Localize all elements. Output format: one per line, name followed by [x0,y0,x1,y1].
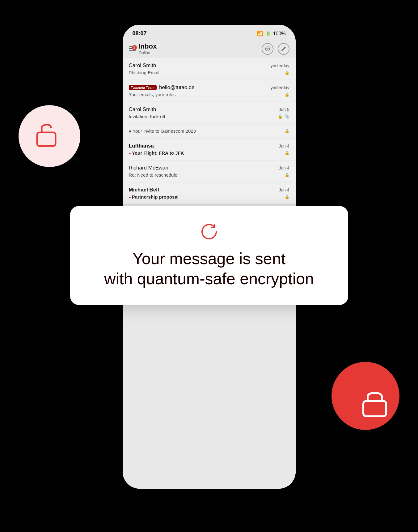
email-subject-row: Your emails, your rules 🔒 [129,92,289,97]
tutanota-badge: Tutanota Team [129,85,157,90]
email-subject: Invitation: Kick-off [129,114,165,119]
compose-button[interactable] [278,43,289,55]
lock-icon: 🔒 [278,114,283,119]
svg-rect-1 [363,401,386,416]
email-item[interactable]: Richard McEwan Jun 4 Re: Need to resched… [123,161,296,182]
email-sender: Carol Smith [129,106,156,113]
email-header-row: Lufthansa Jun 4 [129,143,289,149]
email-list: Carol Smith yesterday Phishing Email 🔒 [123,58,296,204]
email-subject: Re: Need to reschedule [129,172,178,178]
status-time: 08:07 [133,30,147,37]
email-subject: Phishing Email [129,70,159,75]
svg-point-2 [265,47,270,51]
email-subject-row: Your Flight: FRA to JFK 🔒 [129,150,289,156]
email-subject-row: Partnership proposal 🔒 [129,194,289,200]
email-item[interactable]: Carol Smith yesterday Phishing Email 🔒 [123,58,296,79]
closed-lock-icon-right [358,385,392,421]
email-subject: Your Flight: FRA to JFK [129,150,184,156]
email-sender: Carol Smith [129,62,156,69]
email-subject-row: ● Your invite to Gamescom 2023 🔒 [129,128,289,134]
email-date: Jun 4 [279,144,289,148]
email-item[interactable]: ● Your invite to Gamescom 2023 🔒 [123,124,296,138]
overlay-title: Your message is sentwith quantum-safe en… [89,249,330,289]
lock-icon: 🔒 [285,70,289,75]
email-icons: 🔒 📎 [278,114,289,119]
lock-icon: 🔒 [285,151,289,155]
email-date: yesterday [271,85,289,90]
email-subject: Partnership proposal [129,194,179,200]
open-lock-icon-left [31,118,62,150]
lock-icon: 🔒 [285,195,289,199]
email-date-row: yesterday [271,85,289,90]
overlay-card: Your message is sentwith quantum-safe en… [70,206,348,305]
email-header-row: Carol Smith yesterday [129,62,289,69]
email-sender: Lufthansa [129,143,154,149]
lock-icon: 🔒 [285,173,289,177]
email-date: yesterday [271,63,289,68]
email-subject-row: Phishing Email 🔒 [129,70,289,75]
notification-badge: 1 [132,45,137,50]
email-date: Jun 5 [279,107,289,112]
email-header-row: Tutanota Team hello@tutao.de yesterday [129,84,289,91]
lock-icon: 🔒 [285,92,289,97]
sync-icon [198,221,220,242]
email-item[interactable]: Michael Bell Jun 4 Partnership proposal … [123,182,296,204]
header-actions [262,43,289,55]
email-subject: ● Your invite to Gamescom 2023 [129,128,196,134]
email-header-row: Carol Smith Jun 5 [129,106,289,113]
inbox-title: Inbox [139,42,157,50]
email-item[interactable]: Carol Smith Jun 5 Invitation: Kick-off 🔒… [123,102,296,123]
sender-row: Tutanota Team hello@tutao.de [129,84,195,91]
attach-icon: 📎 [285,114,289,119]
online-status: Online [139,50,157,55]
email-subject: Your emails, your rules [129,92,176,97]
email-date: Jun 4 [279,165,289,170]
email-item[interactable]: Tutanota Team hello@tutao.de yesterday Y… [123,80,296,101]
status-bar: 08:07 📶 🔋 100% [123,25,296,39]
lock-icon: 🔒 [285,129,289,133]
email-header-row: Richard McEwan Jun 4 [129,165,289,171]
email-date: Jun 4 [279,187,289,192]
email-sender: Michael Bell [129,187,159,193]
email-subject-row: Invitation: Kick-off 🔒 📎 [129,114,289,119]
header-title-group: Inbox Online [139,42,157,55]
wifi-icon: 📶 [257,31,263,36]
svg-rect-0 [37,132,56,146]
battery-icon: 🔋 [265,31,271,36]
scene: 08:07 📶 🔋 100% 1 Inbo [0,0,418,532]
email-subject-row: Re: Need to reschedule 🔒 [129,172,289,178]
battery-percent: 100% [273,31,286,36]
filter-button[interactable] [262,43,273,55]
header-left: 1 Inbox Online [129,42,157,55]
app-header: 1 Inbox Online [123,39,296,58]
status-icons: 📶 🔋 100% [257,31,286,36]
email-sender: hello@tutao.de [159,84,195,91]
email-header-row: Michael Bell Jun 4 [129,187,289,193]
menu-button[interactable]: 1 [129,46,136,51]
email-item[interactable]: Lufthansa Jun 4 Your Flight: FRA to JFK … [123,139,296,160]
email-date-row: yesterday [271,63,289,68]
email-sender: Richard McEwan [129,165,169,171]
